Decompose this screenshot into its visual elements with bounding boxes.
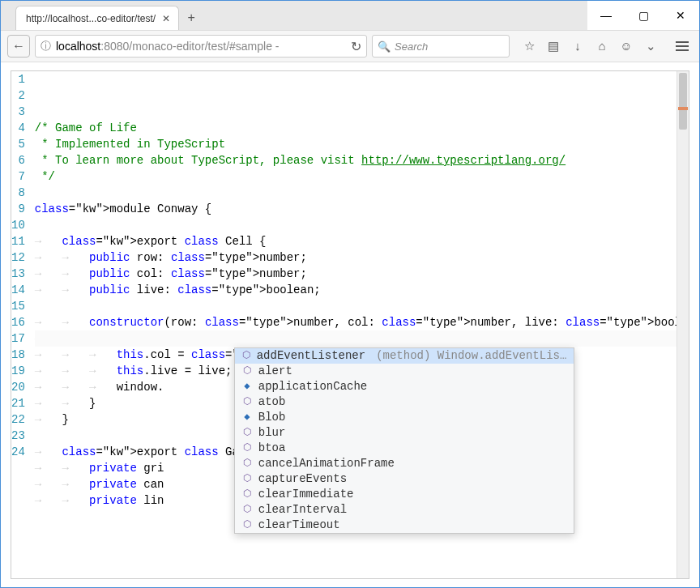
line-number: 7 xyxy=(11,168,25,185)
code-line[interactable]: → → public col: class="type">number; xyxy=(35,266,689,282)
suggest-label: captureEvents xyxy=(258,471,347,487)
suggest-item[interactable]: ⬡alert xyxy=(235,364,574,379)
property-icon: ◆ xyxy=(241,410,253,425)
code-line[interactable]: * To learn more about TypeScript, please… xyxy=(35,152,689,168)
vertical-scrollbar[interactable] xyxy=(677,71,689,578)
suggest-label: cancelAnimationFrame xyxy=(258,456,395,471)
code-line[interactable]: → → constructor(row: class="type">number… xyxy=(35,314,689,330)
suggest-label: alert xyxy=(258,364,292,379)
code-line[interactable]: * Implemented in TypeScript xyxy=(35,136,689,152)
home-icon[interactable]: ⌂ xyxy=(594,39,610,53)
line-number: 14 xyxy=(11,282,25,298)
suggest-label: Blob xyxy=(258,410,286,425)
line-number: 2 xyxy=(11,87,25,104)
editor: 123456789101112131415161718192021222324 … xyxy=(11,70,689,579)
method-icon: ⬡ xyxy=(241,348,251,364)
line-number: 8 xyxy=(11,185,25,201)
minimize-button[interactable]: — xyxy=(587,1,625,30)
code-line[interactable]: class="kw">module Conway { xyxy=(35,201,689,217)
line-number: 20 xyxy=(11,379,25,395)
suggest-item[interactable]: ⬡clearInterval xyxy=(235,502,574,518)
suggest-item[interactable]: ⬡clearTimeout xyxy=(235,518,574,533)
suggest-item[interactable]: ⬡addEventListener(method) Window.addEven… xyxy=(235,348,574,364)
url-bar[interactable]: ⓘ localhost:8080/monaco-editor/test/#sam… xyxy=(35,35,367,58)
suggest-hint: (method) Window.addEventListener… xyxy=(376,348,567,364)
line-number: 10 xyxy=(11,217,25,233)
site-identity-icon[interactable]: ⓘ xyxy=(41,39,51,53)
line-number: 1 xyxy=(11,71,25,87)
back-button[interactable]: ← xyxy=(7,35,30,58)
code-line[interactable] xyxy=(35,185,689,201)
downloads-icon[interactable]: ↓ xyxy=(570,39,586,53)
line-number: 6 xyxy=(11,152,25,168)
line-number: 5 xyxy=(11,136,25,152)
pocket-icon[interactable]: ⌄ xyxy=(642,39,659,53)
line-number: 3 xyxy=(11,104,25,120)
line-number: 22 xyxy=(11,411,25,428)
code-line[interactable]: /* Game of Life xyxy=(35,120,689,136)
suggest-item[interactable]: ⬡captureEvents xyxy=(235,471,574,487)
code-line[interactable]: → → public live: class="type">boolean; xyxy=(35,282,689,298)
suggest-item[interactable]: ◆applicationCache xyxy=(235,379,574,394)
scrollbar-marker xyxy=(678,107,688,110)
url-text: localhost:8080/monaco-editor/test/#sampl… xyxy=(56,40,280,53)
code-area[interactable]: /* Game of Life * Implemented in TypeScr… xyxy=(35,71,689,578)
line-number: 4 xyxy=(11,120,25,136)
smile-icon[interactable]: ☺ xyxy=(618,39,634,53)
method-icon: ⬡ xyxy=(241,471,253,487)
autocomplete-popup[interactable]: ⬡addEventListener(method) Window.addEven… xyxy=(234,347,574,534)
suggest-label: clearInterval xyxy=(258,502,347,518)
browser-window: — ▢ ✕ http://localhost...co-editor/test/… xyxy=(0,0,700,588)
line-number: 12 xyxy=(11,249,25,266)
new-tab-button[interactable]: + xyxy=(179,6,203,30)
suggest-label: atob xyxy=(258,394,286,410)
suggest-item[interactable]: ⬡btoa xyxy=(235,441,574,456)
close-window-button[interactable]: ✕ xyxy=(662,1,699,30)
line-number-gutter[interactable]: 123456789101112131415161718192021222324 xyxy=(11,71,35,578)
reload-button[interactable]: ↻ xyxy=(351,39,361,54)
browser-tab[interactable]: http://localhost...co-editor/test/ ✕ xyxy=(15,6,179,30)
suggest-label: blur xyxy=(258,425,286,441)
menu-button[interactable] xyxy=(672,41,693,51)
line-number: 19 xyxy=(11,363,25,379)
search-bar[interactable]: 🔍 Search xyxy=(372,35,510,58)
toolbar-icons: ☆ ▤ ↓ ⌂ ☺ ⌄ xyxy=(514,39,662,53)
suggest-label: applicationCache xyxy=(258,379,367,394)
suggest-item[interactable]: ⬡cancelAnimationFrame xyxy=(235,456,574,471)
method-icon: ⬡ xyxy=(241,518,253,533)
method-icon: ⬡ xyxy=(241,502,253,518)
suggest-label: clearTimeout xyxy=(258,518,340,533)
maximize-button[interactable]: ▢ xyxy=(625,1,662,30)
method-icon: ⬡ xyxy=(241,487,253,502)
tab-title: http://localhost...co-editor/test/ xyxy=(26,13,156,24)
tab-close-icon[interactable]: ✕ xyxy=(162,13,170,24)
suggest-label: addEventListener xyxy=(257,348,365,364)
library-icon[interactable]: ▤ xyxy=(545,39,561,53)
suggest-item[interactable]: ◆Blob xyxy=(235,410,574,425)
line-number: 24 xyxy=(11,444,25,460)
code-line[interactable] xyxy=(35,217,689,233)
method-icon: ⬡ xyxy=(241,425,253,441)
search-icon: 🔍 xyxy=(378,40,391,53)
star-icon[interactable]: ☆ xyxy=(521,39,537,53)
line-number: 11 xyxy=(11,233,25,249)
window-controls: — ▢ ✕ xyxy=(587,1,699,30)
method-icon: ⬡ xyxy=(241,394,253,410)
code-line[interactable]: → class="kw">export class Cell { xyxy=(35,233,689,249)
method-icon: ⬡ xyxy=(241,441,253,456)
suggest-label: btoa xyxy=(258,441,286,456)
suggest-item[interactable]: ⬡blur xyxy=(235,425,574,441)
code-line[interactable] xyxy=(35,298,689,314)
line-number: 21 xyxy=(11,395,25,411)
property-icon: ◆ xyxy=(241,379,253,394)
suggest-label: clearImmediate xyxy=(258,487,354,502)
line-number: 13 xyxy=(11,266,25,282)
code-line[interactable]: */ xyxy=(35,168,689,185)
suggest-item[interactable]: ⬡atob xyxy=(235,394,574,410)
scrollbar-thumb[interactable] xyxy=(679,73,687,130)
nav-toolbar: ← ⓘ localhost:8080/monaco-editor/test/#s… xyxy=(1,30,699,62)
suggest-item[interactable]: ⬡clearImmediate xyxy=(235,487,574,502)
page-content: 123456789101112131415161718192021222324 … xyxy=(1,62,699,587)
code-line[interactable]: → → public row: class="type">number; xyxy=(35,249,689,266)
line-number: 17 xyxy=(11,330,25,347)
